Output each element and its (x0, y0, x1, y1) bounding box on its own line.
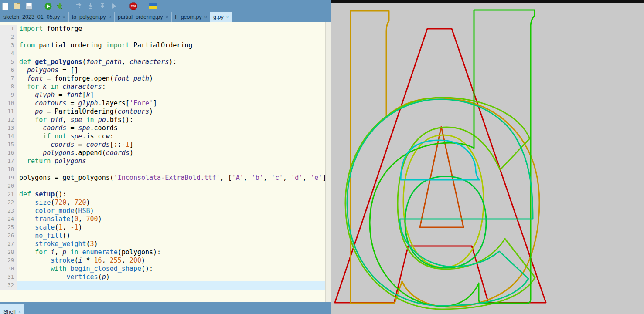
code-text: glyph = font[k] (17, 91, 325, 99)
tab-close-icon[interactable]: × (226, 14, 229, 20)
token-n: 720 (74, 199, 86, 206)
save-file-button[interactable] (25, 2, 33, 10)
token-k: import (19, 25, 43, 33)
resume-button[interactable] (110, 2, 118, 10)
code-line-22[interactable]: 22 size(720, 720) (0, 199, 325, 207)
code-line-20[interactable]: 20 (0, 182, 325, 190)
token-p: , (102, 257, 110, 264)
sketch-window-titlebar[interactable] (331, 0, 644, 3)
code-text: no_fill() (17, 232, 325, 240)
svg-text:STOP: STOP (131, 5, 136, 7)
token-p (31, 58, 35, 66)
token-v: spe (70, 116, 82, 124)
token-p: ( (55, 223, 58, 231)
token-p (19, 141, 51, 149)
ukraine-flag-button[interactable] (149, 2, 157, 10)
token-v: font (27, 74, 43, 82)
line-number: 3 (0, 41, 17, 50)
token-v: polygons (27, 66, 58, 74)
code-line-10[interactable]: 10 contours = glyph.layers['Fore'] (0, 99, 325, 108)
sketch-canvas (331, 3, 644, 314)
code-line-31[interactable]: 31 vertices(p) (0, 273, 325, 281)
tab-to_polygon.py[interactable]: to_polygon.py× (68, 12, 114, 22)
token-n: 200 (129, 257, 141, 264)
tab-sketch_2023_01_05.py[interactable]: sketch_2023_01_05.py× (0, 12, 68, 22)
code-text (17, 165, 325, 174)
code-line-5[interactable]: 5def get_polygons(font_path, characters)… (0, 58, 325, 66)
code-line-17[interactable]: 17 return polygons (0, 157, 325, 165)
token-v: i (78, 257, 82, 264)
code-text: scale(1, -1) (17, 223, 325, 232)
code-line-27[interactable]: 27 stroke_weight(3) (0, 240, 325, 248)
tab-partial_ordering.py[interactable]: partial_ordering.py× (114, 12, 171, 22)
token-p (19, 240, 35, 248)
debug-button[interactable] (56, 2, 64, 10)
editor-scrollbar[interactable] (325, 22, 331, 302)
token-p: ]) (322, 174, 325, 182)
code-line-26[interactable]: 26 no_fill() (0, 232, 325, 240)
tab-g.py[interactable]: g.py× (210, 12, 232, 22)
code-line-11[interactable]: 11 po = PartialOrdering(contours) (0, 108, 325, 116)
token-p: , (244, 174, 252, 182)
tab-shell[interactable]: Shell × (0, 304, 24, 314)
code-line-7[interactable]: 7 font = fontforge.open(font_path) (0, 74, 325, 83)
token-v: k (86, 91, 90, 99)
shell-tab-close-icon[interactable]: × (18, 309, 21, 314)
line-number: 30 (0, 265, 17, 273)
open-file-button[interactable] (13, 2, 21, 10)
code-line-3[interactable]: 3from partial_ordering import PartialOrd… (0, 41, 325, 50)
token-s: 'd' (291, 174, 303, 182)
code-line-19[interactable]: 19polygons = get_polygons('Inconsolata-E… (0, 174, 325, 182)
tab-ff_geom.py[interactable]: ff_geom.py× (171, 12, 210, 22)
token-v: font (66, 91, 82, 99)
code-line-9[interactable]: 9 glyph = font[k] (0, 91, 325, 99)
code-line-12[interactable]: 12 for pid, spe in po.bfs(): (0, 116, 325, 124)
editor-tab-bar: sketch_2023_01_05.py×to_polygon.py×parti… (0, 12, 331, 22)
step-out-button[interactable] (99, 2, 106, 10)
token-s: 'e' (310, 174, 322, 182)
step-into-button[interactable] (87, 2, 95, 10)
tab-close-icon[interactable]: × (204, 14, 207, 20)
code-line-23[interactable]: 23 color_mode(HSB) (0, 207, 325, 215)
token-p: , (62, 223, 70, 231)
code-line-25[interactable]: 25 scale(1, -1) (0, 223, 325, 232)
new-file-button[interactable] (1, 2, 9, 10)
line-number: 1 (0, 25, 17, 33)
code-line-8[interactable]: 8 for k in characters: (0, 83, 325, 91)
code-line-15[interactable]: 15 coords = coords[::-1] (0, 141, 325, 149)
code-line-29[interactable]: 29 stroke(i * 16, 255, 200) (0, 257, 325, 265)
code-line-28[interactable]: 28 for i, p in enumerate(polygons): (0, 248, 325, 257)
code-line-6[interactable]: 6 polygons = [] (0, 66, 325, 74)
code-text: polygons = get_polygons('Inconsolata-Ext… (17, 174, 325, 182)
code-line-21[interactable]: 21def setup(): (0, 190, 325, 199)
stop-button[interactable]: STOP (129, 2, 137, 10)
code-line-4[interactable]: 4 (0, 50, 325, 58)
tab-close-icon[interactable]: × (109, 14, 111, 20)
code-line-16[interactable]: 16 polygons.append(coords) (0, 149, 325, 157)
tab-close-icon[interactable]: × (166, 14, 168, 20)
code-line-24[interactable]: 24 translate(0, 700) (0, 215, 325, 223)
token-p (19, 232, 35, 240)
token-f: translate (35, 215, 70, 223)
token-p: ) (94, 240, 98, 248)
token-f: stroke_weight (35, 240, 86, 248)
code-line-2[interactable]: 2 (0, 33, 325, 41)
token-v: coords (51, 141, 74, 149)
code-line-14[interactable]: 14 if not spe.is_ccw: (0, 132, 325, 141)
code-line-13[interactable]: 13 coords = spe.coords (0, 124, 325, 132)
glyph-contour-A-outer (335, 29, 546, 303)
tab-close-icon[interactable]: × (62, 14, 65, 20)
step-over-button[interactable] (75, 2, 83, 10)
code-text: vertices(p) (17, 273, 325, 281)
code-line-30[interactable]: 30 with begin_closed_shape(): (0, 265, 325, 273)
token-p (39, 83, 43, 91)
token-d: get_polygons (35, 58, 82, 66)
code-line-18[interactable]: 18 (0, 165, 325, 174)
code-line-1[interactable]: 1import fontforge (0, 25, 325, 33)
code-editor[interactable]: 1import fontforge23from partial_ordering… (0, 22, 325, 302)
run-button[interactable] (44, 2, 52, 10)
code-line-32[interactable]: 32 (0, 281, 325, 290)
token-p: .append( (74, 149, 106, 157)
new-file-icon (2, 3, 8, 10)
token-f: color_mode (35, 207, 74, 215)
